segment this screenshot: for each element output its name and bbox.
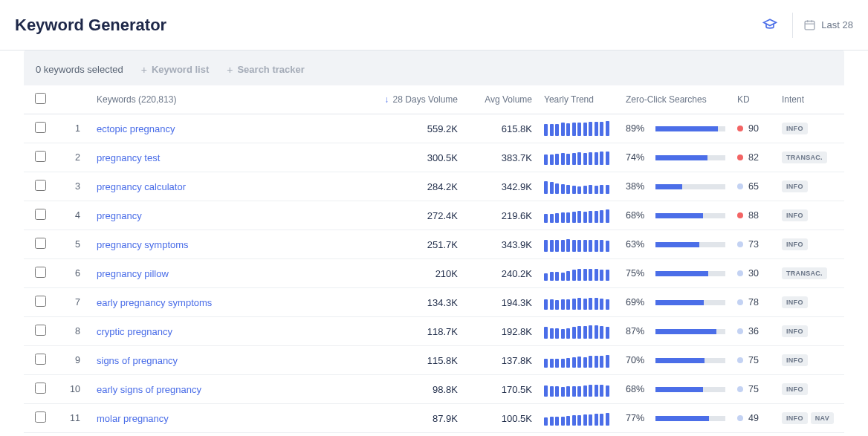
vol28-cell: 559.2K	[375, 114, 464, 143]
row-index: 2	[56, 143, 91, 172]
header-divider	[792, 13, 793, 38]
avgvol-cell: 100.5K	[464, 404, 538, 433]
row-checkbox[interactable]	[35, 296, 46, 307]
row-index: 8	[56, 317, 91, 346]
header-28d-volume[interactable]: ↓ 28 Days Volume	[375, 85, 464, 114]
header-keywords[interactable]: Keywords (220,813)	[91, 85, 263, 114]
row-checkbox[interactable]	[35, 354, 46, 365]
keyword-link[interactable]: early signs of pregnancy	[97, 384, 201, 395]
keyword-link[interactable]: cryptic pregnancy	[97, 326, 172, 337]
zeroclick-bar	[655, 242, 725, 247]
zeroclick-percent: 68%	[626, 384, 648, 394]
zeroclick-cell: 77%	[620, 404, 731, 433]
zeroclick-bar	[655, 184, 725, 189]
row-checkbox[interactable]	[35, 411, 46, 423]
kd-dot-icon	[737, 270, 743, 276]
row-index: 4	[56, 201, 91, 230]
gap-cell	[263, 201, 375, 230]
zeroclick-bar	[655, 213, 725, 218]
kd-cell: 75	[731, 346, 776, 375]
avgvol-cell: 240.2K	[464, 259, 538, 288]
row-checkbox[interactable]	[35, 325, 46, 336]
intent-pill: INFO	[782, 412, 808, 424]
table-row: 5pregnancy symptoms251.7K343.9K63%73INFO	[24, 230, 844, 259]
row-checkbox[interactable]	[35, 180, 46, 191]
kd-cell: 90	[731, 114, 776, 143]
avgvol-cell: 194.3K	[464, 288, 538, 317]
zeroclick-percent: 70%	[626, 355, 648, 365]
row-checkbox[interactable]	[35, 122, 46, 133]
zeroclick-bar	[655, 126, 725, 131]
zeroclick-cell: 87%	[620, 317, 731, 346]
trend-cell	[538, 114, 620, 143]
date-range-button[interactable]: Last 28	[803, 16, 853, 34]
sparkline	[544, 382, 614, 397]
kd-dot-icon	[737, 357, 743, 363]
zeroclick-cell: 38%	[620, 172, 731, 201]
avgvol-cell: 343.9K	[464, 230, 538, 259]
kd-value: 78	[748, 297, 759, 308]
header-zero-click[interactable]: Zero-Click Searches	[620, 85, 731, 114]
row-checkbox[interactable]	[35, 383, 46, 394]
kd-dot-icon	[737, 212, 743, 218]
select-all-checkbox[interactable]	[35, 93, 46, 104]
trend-cell	[538, 317, 620, 346]
education-button[interactable]	[758, 12, 782, 38]
intent-cell: INFO	[776, 201, 844, 230]
keyword-link[interactable]: signs of pregnancy	[97, 355, 178, 366]
intent-cell: INFO	[776, 230, 844, 259]
gap-cell	[263, 317, 375, 346]
keyword-link[interactable]: ectopic pregnancy	[97, 123, 175, 134]
kd-value: 75	[748, 384, 759, 394]
intent-pill: NAV	[811, 412, 834, 424]
row-checkbox[interactable]	[35, 209, 46, 220]
kd-cell: 73	[731, 230, 776, 259]
intent-cell: INFO	[776, 288, 844, 317]
gap-cell	[263, 143, 375, 172]
keyword-cell: geriatric pregnancy	[91, 433, 263, 437]
kd-dot-icon	[737, 328, 743, 334]
zeroclick-cell: 70%	[620, 346, 731, 375]
keyword-link[interactable]: pregnancy test	[97, 152, 160, 163]
row-checkbox[interactable]	[35, 238, 46, 249]
header-intent[interactable]: Intent	[776, 85, 844, 114]
intent-pill: INFO	[782, 354, 808, 366]
trend-cell	[538, 346, 620, 375]
kd-value: 30	[748, 268, 759, 279]
keyword-link[interactable]: pregnancy calculator	[97, 181, 186, 192]
keyword-link[interactable]: early pregnancy symptoms	[97, 297, 212, 308]
header-yearly-trend[interactable]: Yearly Trend	[538, 85, 620, 114]
intent-pill: INFO	[782, 209, 808, 221]
table-row: 7early pregnancy symptoms134.3K194.3K69%…	[24, 288, 844, 317]
keyword-link[interactable]: pregnancy pillow	[97, 268, 169, 279]
keyword-link[interactable]: pregnancy symptoms	[97, 239, 189, 250]
keyword-list-label: Keyword list	[152, 64, 209, 75]
row-checkbox[interactable]	[35, 267, 46, 278]
header-avg-volume[interactable]: Avg Volume	[464, 85, 538, 114]
row-checkbox-cell	[24, 201, 56, 230]
row-checkbox[interactable]	[35, 151, 46, 162]
zeroclick-percent: 69%	[626, 297, 648, 308]
avgvol-cell: 137.8K	[464, 346, 538, 375]
kd-value: 36	[748, 326, 759, 336]
trend-cell	[538, 433, 620, 437]
add-to-keyword-list-button[interactable]: + Keyword list	[141, 64, 209, 75]
vol28-cell: 272.4K	[375, 201, 464, 230]
sparkline	[544, 295, 614, 310]
zeroclick-bar	[655, 358, 725, 363]
add-to-search-tracker-button[interactable]: + Search tracker	[227, 64, 305, 75]
row-index: 11	[56, 404, 91, 433]
intent-cell: INFO	[776, 375, 844, 404]
row-checkbox-cell	[24, 259, 56, 288]
keyword-cell: early signs of pregnancy	[91, 375, 263, 404]
intent-pill: INFO	[782, 296, 808, 308]
gap-cell	[263, 346, 375, 375]
trend-cell	[538, 230, 620, 259]
keyword-cell: cryptic pregnancy	[91, 317, 263, 346]
trend-cell	[538, 172, 620, 201]
keyword-link[interactable]: molar pregnancy	[97, 413, 169, 424]
keyword-link[interactable]: pregnancy	[97, 210, 142, 221]
table-row: 4pregnancy272.4K219.6K68%88INFO	[24, 201, 844, 230]
vol28-cell: 115.8K	[375, 346, 464, 375]
header-kd[interactable]: KD	[731, 85, 776, 114]
